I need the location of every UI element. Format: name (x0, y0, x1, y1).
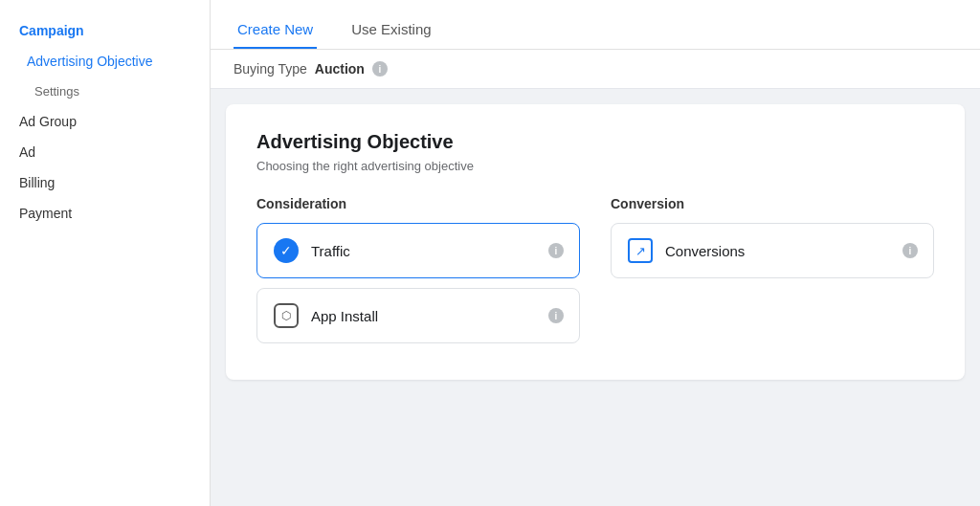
traffic-icon: ✓ (273, 237, 300, 264)
sidebar-item-billing[interactable]: Billing (0, 167, 210, 198)
consideration-column: Consideration ✓ Traffic i ⬡ (256, 196, 580, 353)
tabs-area: Create New Use Existing (211, 0, 980, 50)
conversions-label: Conversions (665, 243, 745, 259)
traffic-label: Traffic (311, 243, 350, 259)
buying-type-value: Auction (315, 61, 365, 77)
conversions-card[interactable]: ↗ Conversions i (611, 223, 934, 278)
check-circle-icon: ✓ (274, 238, 299, 263)
conversions-card-left: ↗ Conversions (627, 237, 745, 264)
buying-type-info-icon[interactable]: i (372, 61, 388, 77)
app-install-label: App Install (311, 308, 378, 324)
sidebar: Campaign Advertising Objective Settings … (0, 0, 211, 506)
conversion-column: Conversion ↗ Conversions i (611, 196, 934, 353)
app-install-card-left: ⬡ App Install (273, 302, 378, 329)
tab-use-existing[interactable]: Use Existing (347, 11, 434, 49)
sidebar-item-payment[interactable]: Payment (0, 198, 210, 229)
traffic-info-icon[interactable]: i (548, 243, 564, 258)
traffic-card-left: ✓ Traffic (273, 237, 350, 264)
section-title: Advertising Objective (256, 131, 934, 153)
tabs-row: Create New Use Existing (234, 0, 957, 49)
sidebar-item-settings[interactable]: Settings (0, 77, 210, 106)
sidebar-item-ad-group[interactable]: Ad Group (0, 106, 210, 137)
app-install-card[interactable]: ⬡ App Install i (256, 288, 580, 343)
app-hexagon-icon: ⬡ (274, 303, 299, 328)
tab-create-new[interactable]: Create New (234, 11, 317, 49)
sidebar-item-ad[interactable]: Ad (0, 137, 210, 167)
advertising-objective-section: Advertising Objective Choosing the right… (226, 104, 965, 380)
traffic-card[interactable]: ✓ Traffic i (256, 223, 580, 278)
conversions-info-icon[interactable]: i (902, 243, 918, 258)
conversions-icon: ↗ (627, 237, 654, 264)
sidebar-item-advertising-objective[interactable]: Advertising Objective (0, 46, 210, 77)
buying-type-label: Buying Type (234, 61, 307, 77)
consideration-header: Consideration (256, 196, 580, 211)
buying-type-row: Buying Type Auction i (211, 50, 980, 89)
section-subtitle: Choosing the right advertising objective (256, 159, 934, 173)
main-content: Create New Use Existing Buying Type Auct… (211, 0, 980, 506)
sidebar-campaign-title: Campaign (0, 15, 210, 46)
chart-icon: ↗ (628, 238, 653, 263)
conversion-header: Conversion (611, 196, 934, 211)
app-install-info-icon[interactable]: i (548, 308, 564, 323)
app-install-icon: ⬡ (273, 302, 300, 329)
objectives-grid: Consideration ✓ Traffic i ⬡ (256, 196, 934, 353)
